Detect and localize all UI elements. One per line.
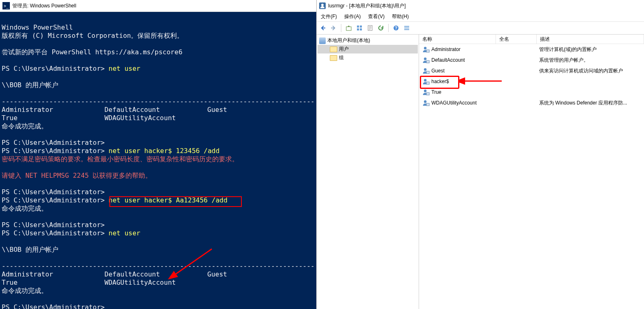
- user-icon: [422, 67, 430, 74]
- user-row[interactable]: Guest供来宾访问计算机或访问域的内置帐户: [419, 65, 644, 76]
- ps-cell: DefaultAccount: [104, 106, 207, 114]
- ps-cell: Administrator: [2, 106, 104, 114]
- svg-rect-3: [346, 27, 351, 30]
- svg-rect-5: [360, 26, 362, 28]
- ps-output: \\BOB 的用户帐户: [2, 81, 58, 89]
- svg-rect-15: [426, 50, 429, 52]
- svg-rect-7: [360, 28, 362, 30]
- column-fullname[interactable]: 全名: [496, 35, 537, 44]
- svg-text:?: ?: [395, 26, 397, 30]
- ps-output: 命令成功完成。: [2, 287, 48, 295]
- user-row[interactable]: DefaultAccount系统管理的用户帐户。: [419, 55, 644, 65]
- lusrmgr-icon: [319, 2, 326, 9]
- ps-prompt: PS C:\Users\Administrator>: [2, 65, 104, 72]
- menu-view[interactable]: 查看(V): [365, 12, 387, 21]
- ps-command: net user hacker$ 123456 /add: [109, 147, 220, 155]
- folder-icon: [330, 46, 337, 52]
- powershell-title-text: 管理员: Windows PowerShell: [12, 2, 76, 9]
- ps-separator: ----------------------------------------…: [2, 98, 315, 105]
- user-description: 系统管理的用户帐户。: [536, 57, 644, 64]
- column-description[interactable]: 描述: [537, 35, 644, 44]
- help-button[interactable]: ?: [391, 23, 401, 33]
- view-icons-button[interactable]: [355, 23, 364, 33]
- lusrmgr-window: lusrmgr - [本地用户和组(本地)\用户] 文件(F) 操作(A) 查看…: [317, 0, 644, 309]
- ps-cell: WDAGUtilityAccount: [104, 279, 176, 286]
- tree-users-label: 用户: [339, 46, 349, 53]
- refresh-button[interactable]: [376, 23, 385, 33]
- menu-file[interactable]: 文件(F): [318, 12, 340, 21]
- toolbar: ?: [317, 22, 644, 35]
- powershell-titlebar[interactable]: >_ 管理员: Windows PowerShell: [0, 0, 316, 12]
- user-icon: [422, 46, 430, 53]
- list-panel: 名称 全名 描述 Administrator管理计算机(域)的内置帐户Defau…: [419, 35, 644, 309]
- svg-rect-17: [426, 60, 429, 63]
- user-row[interactable]: hacker$: [419, 76, 644, 87]
- svg-point-22: [424, 90, 426, 92]
- up-button[interactable]: [344, 23, 353, 33]
- lusrmgr-titlebar[interactable]: lusrmgr - [本地用户和组(本地)\用户]: [317, 0, 644, 12]
- powershell-icon: >_: [2, 2, 10, 9]
- svg-point-14: [424, 47, 426, 49]
- ps-prompt: PS C:\Users\Administrator>: [2, 188, 104, 196]
- export-button[interactable]: [366, 23, 375, 33]
- user-row[interactable]: True: [419, 87, 644, 98]
- svg-rect-12: [404, 28, 409, 28]
- tree-panel: 本地用户和组(本地) 用户 组: [317, 35, 419, 309]
- toolbar-separator: [388, 24, 389, 32]
- ps-cell: True: [2, 279, 104, 287]
- tree-node-users[interactable]: 用户: [317, 45, 418, 53]
- user-row[interactable]: WDAGUtilityAccount系统为 Windows Defender 应…: [419, 98, 644, 108]
- svg-rect-21: [426, 82, 429, 84]
- menubar: 文件(F) 操作(A) 查看(V) 帮助(H): [317, 12, 644, 22]
- ps-prompt: PS C:\Users\Administrator>: [2, 303, 104, 309]
- lusrmgr-title-text: lusrmgr - [本地用户和组(本地)\用户]: [328, 2, 406, 9]
- details-button[interactable]: [402, 23, 411, 33]
- user-description: 供来宾访问计算机或访问域的内置帐户: [536, 67, 644, 74]
- ps-prompt: PS C:\Users\Administrator>: [2, 196, 104, 204]
- user-name: DefaultAccount: [431, 57, 465, 63]
- tree-root[interactable]: 本地用户和组(本地): [317, 36, 418, 45]
- folder-icon: [330, 55, 337, 61]
- ps-prompt: PS C:\Users\Administrator>: [2, 147, 104, 155]
- svg-point-16: [424, 58, 426, 60]
- forward-button[interactable]: [329, 23, 338, 33]
- ps-error: 密码不满足密码策略的要求。检查最小密码长度、密码复杂性和密码历史的要求。: [2, 155, 239, 163]
- ps-line: 尝试新的跨平台 PowerShell https://aka.ms/pscore…: [2, 48, 183, 56]
- user-icon: [422, 89, 430, 95]
- user-row[interactable]: Administrator管理计算机(域)的内置帐户: [419, 44, 644, 55]
- svg-rect-4: [357, 26, 359, 28]
- powershell-window: >_ 管理员: Windows PowerShell Windows Power…: [0, 0, 317, 309]
- user-description: 系统为 Windows Defender 应用程序防...: [536, 100, 644, 107]
- svg-point-2: [321, 4, 324, 6]
- ps-prompt: PS C:\Users\Administrator>: [2, 139, 104, 146]
- menu-help[interactable]: 帮助(H): [389, 12, 412, 21]
- tree-groups-label: 组: [339, 54, 344, 61]
- ps-cell: Administrator: [2, 270, 104, 279]
- list-header: 名称 全名 描述: [419, 35, 644, 44]
- svg-rect-25: [426, 103, 429, 106]
- ps-output: 命令成功完成。: [2, 122, 48, 130]
- svg-point-20: [424, 79, 426, 81]
- ps-command-highlighted: net user hacker$ Aa123456 /add: [109, 196, 227, 204]
- tree-node-groups[interactable]: 组: [317, 53, 418, 62]
- ps-line: 版权所有 (C) Microsoft Corporation。保留所有权利。: [2, 32, 183, 39]
- svg-rect-6: [357, 28, 359, 30]
- svg-point-24: [424, 100, 426, 103]
- svg-rect-11: [404, 26, 409, 27]
- ps-prompt: PS C:\Users\Administrator>: [2, 221, 104, 229]
- ps-cell: True: [2, 114, 104, 122]
- user-icon: [422, 100, 430, 106]
- ps-cell: Guest: [207, 106, 227, 114]
- back-button[interactable]: [318, 23, 327, 33]
- svg-point-18: [424, 68, 426, 71]
- user-icon: [422, 57, 430, 63]
- user-name: Guest: [431, 68, 445, 74]
- user-icon: [422, 78, 430, 85]
- user-description: 管理计算机(域)的内置帐户: [536, 46, 644, 53]
- toolbar-separator: [341, 24, 341, 32]
- user-name: Administrator: [431, 46, 461, 52]
- powershell-terminal[interactable]: Windows PowerShell 版权所有 (C) Microsoft Co…: [0, 12, 316, 309]
- ps-separator: ----------------------------------------…: [2, 262, 315, 270]
- column-name[interactable]: 名称: [419, 35, 496, 44]
- menu-action[interactable]: 操作(A): [341, 12, 364, 21]
